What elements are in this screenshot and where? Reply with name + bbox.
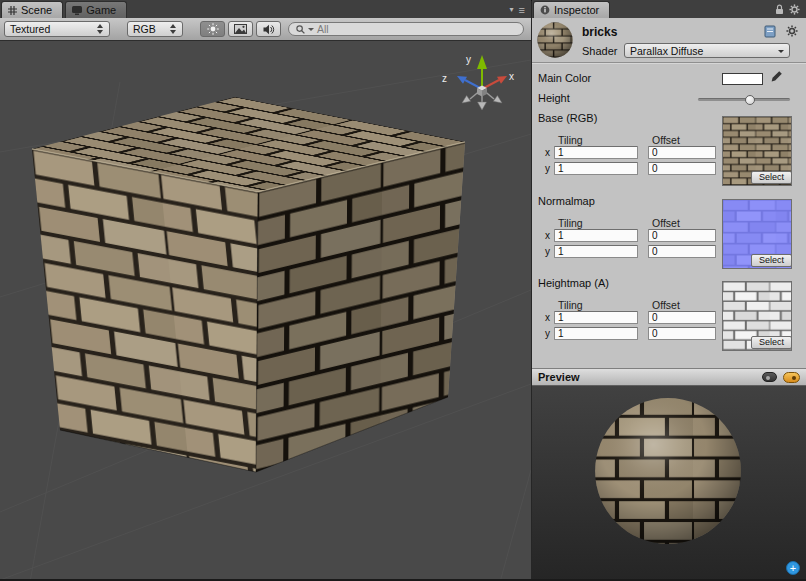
draw-mode-value: Textured xyxy=(10,23,50,35)
offset-header: Offset xyxy=(652,134,680,146)
offset-x-input[interactable] xyxy=(648,311,716,324)
axis-label: y xyxy=(545,163,550,174)
tiling-y-input[interactable] xyxy=(554,327,638,340)
tiling-y-input[interactable] xyxy=(554,162,638,175)
tiling-x-input[interactable] xyxy=(554,146,638,159)
map-section-label: Heightmap (A) xyxy=(538,277,609,289)
height-label: Height xyxy=(538,92,570,104)
image-icon xyxy=(234,24,247,34)
shader-label: Shader xyxy=(582,45,617,57)
scene-pane: Scene Game ▾ ≡ Textured RGB xyxy=(0,0,531,581)
eyedropper-icon[interactable] xyxy=(769,70,783,84)
gizmo-z-label: z xyxy=(442,73,447,84)
scene-fx-toggle[interactable] xyxy=(228,21,253,37)
scene-audio-toggle[interactable] xyxy=(256,21,281,37)
normalmap-select-button[interactable]: Select xyxy=(751,254,792,267)
material-header: bricks Shader Parallax Diffuse xyxy=(532,18,806,63)
preview-title: Preview xyxy=(538,371,580,383)
unity-editor-window: Scene Game ▾ ≡ Textured RGB xyxy=(0,0,806,581)
preview-add-button[interactable]: + xyxy=(786,561,800,575)
axis-label: x xyxy=(545,147,550,158)
lock-icon[interactable] xyxy=(775,4,784,15)
popup-arrows-icon xyxy=(97,24,104,34)
map-section-normalmap: Normalmap Tiling Offset x y Select xyxy=(532,195,806,275)
offset-y-input[interactable] xyxy=(648,162,716,175)
height-slider-thumb[interactable] xyxy=(745,95,755,105)
axis-label: x xyxy=(545,230,550,241)
scene-tabstrip: Scene Game ▾ ≡ xyxy=(0,0,531,18)
preview-dark-toggle[interactable] xyxy=(762,372,777,382)
offset-header: Offset xyxy=(652,299,680,311)
draw-mode-dropdown[interactable]: Textured xyxy=(4,21,110,37)
offset-x-input[interactable] xyxy=(648,146,716,159)
offset-y-input[interactable] xyxy=(648,245,716,258)
tiling-header: Tiling xyxy=(558,134,583,146)
map-section-label: Normalmap xyxy=(538,195,595,207)
inspector-tabstrip: Inspector xyxy=(532,0,806,18)
speaker-icon xyxy=(263,24,275,35)
tiling-header: Tiling xyxy=(558,217,583,229)
scene-viewport[interactable]: y x z xyxy=(0,42,531,581)
game-icon xyxy=(72,6,82,15)
height-slider[interactable] xyxy=(698,98,790,101)
offset-header: Offset xyxy=(652,217,680,229)
chevron-down-icon xyxy=(778,50,784,56)
scene-gizmo[interactable]: y x z xyxy=(442,54,514,110)
shader-value: Parallax Diffuse xyxy=(630,45,703,57)
main-color-label: Main Color xyxy=(538,72,591,84)
offset-x-input[interactable] xyxy=(648,229,716,242)
tiling-header: Tiling xyxy=(558,299,583,311)
tab-scene-label: Scene xyxy=(21,4,52,16)
sun-icon xyxy=(207,23,219,35)
pane-dropdown-icon[interactable]: ▾ xyxy=(510,6,514,14)
axis-label: x xyxy=(545,312,550,323)
shader-dropdown[interactable]: Parallax Diffuse xyxy=(624,43,790,58)
offset-y-input[interactable] xyxy=(648,327,716,340)
main-color-swatch[interactable] xyxy=(722,73,763,85)
search-filter-arrow-icon xyxy=(308,28,314,34)
preview-sphere xyxy=(593,396,743,546)
tab-scene[interactable]: Scene xyxy=(1,1,63,18)
axis-label: y xyxy=(545,246,550,257)
gear-icon[interactable] xyxy=(786,25,798,37)
tab-inspector[interactable]: Inspector xyxy=(533,1,610,18)
tiling-x-input[interactable] xyxy=(554,311,638,324)
popup-arrows-icon xyxy=(170,24,177,34)
help-book-icon[interactable] xyxy=(764,25,776,38)
scene-toolbar: Textured RGB xyxy=(0,18,531,41)
material-name: bricks xyxy=(582,25,617,39)
tab-game-label: Game xyxy=(86,4,116,16)
pane-menu-icon[interactable]: ≡ xyxy=(519,5,525,15)
gizmo-y-cone[interactable] xyxy=(477,55,487,69)
map-section-base: Base (RGB) Tiling Offset x y Select xyxy=(532,112,806,192)
preview-light-toggle[interactable] xyxy=(783,372,800,383)
scene-search-field[interactable]: All xyxy=(288,22,524,36)
color-mode-value: RGB xyxy=(133,23,156,35)
grid-icon xyxy=(8,6,17,15)
preview-header: Preview xyxy=(532,368,806,386)
gizmo-y-label: y xyxy=(466,54,471,65)
preview-area[interactable]: + xyxy=(532,386,806,581)
gear-icon[interactable] xyxy=(789,4,800,15)
scene-lighting-toggle[interactable] xyxy=(200,21,225,37)
tiling-x-input[interactable] xyxy=(554,229,638,242)
map-section-heightmap: Heightmap (A) Tiling Offset x y Select xyxy=(532,277,806,357)
info-icon xyxy=(540,5,550,15)
gizmo-neg-axis-cone[interactable] xyxy=(478,102,487,110)
axis-label: y xyxy=(545,328,550,339)
brick-cube[interactable] xyxy=(15,93,484,495)
tab-game[interactable]: Game xyxy=(65,1,127,18)
map-section-label: Base (RGB) xyxy=(538,112,597,124)
inspector-pane: Inspector xyxy=(532,0,806,581)
gizmo-neg-axis-cone[interactable] xyxy=(493,96,502,104)
search-icon xyxy=(296,25,305,34)
search-value: All xyxy=(317,23,329,35)
base-select-button[interactable]: Select xyxy=(751,171,792,184)
gizmo-neg-axis-cone[interactable] xyxy=(462,96,471,104)
tab-inspector-label: Inspector xyxy=(554,4,599,16)
heightmap-select-button[interactable]: Select xyxy=(751,336,792,349)
gizmo-x-label: x xyxy=(509,71,514,82)
tiling-y-input[interactable] xyxy=(554,245,638,258)
color-mode-dropdown[interactable]: RGB xyxy=(127,21,183,37)
material-preview-sphere xyxy=(537,22,573,58)
